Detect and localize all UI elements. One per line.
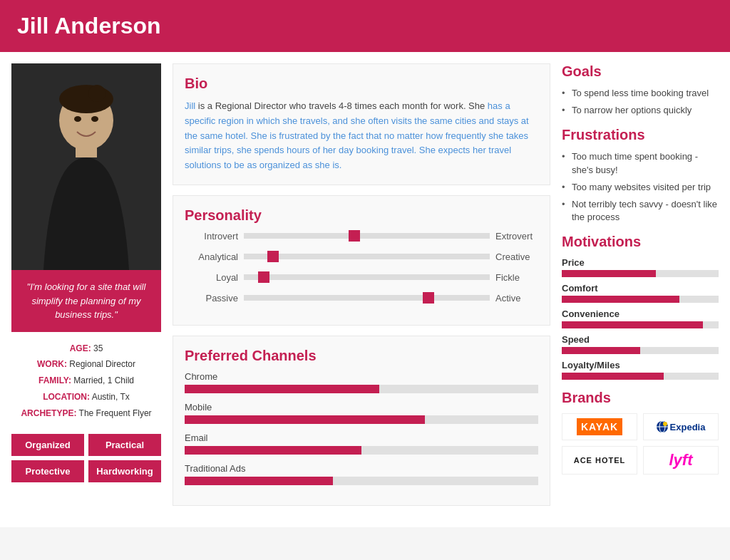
motivation-fill (562, 270, 656, 277)
personality-title: Personality (185, 207, 538, 224)
lyft-logo: lyft (669, 451, 693, 470)
kayak-logo: KAYAK (577, 418, 622, 435)
family-value: Married, 1 Child (73, 375, 134, 385)
pers-left-label: Loyal (185, 272, 238, 283)
pers-right-label: Creative (495, 252, 538, 262)
motivations-title: Motivations (562, 234, 719, 250)
archetype-label: ARCHETYPE: (21, 408, 76, 418)
family-label: FAMILY: (38, 375, 71, 385)
bio-title: Bio (185, 76, 538, 92)
brands-title: Brands (562, 390, 719, 406)
age-value: 35 (93, 343, 103, 353)
channel-item: Mobile (185, 402, 538, 424)
channel-fill (185, 477, 333, 485)
archetype-row: ARCHETYPE: The Frequent Flyer (14, 405, 158, 422)
trait-button[interactable]: Protective (11, 460, 84, 482)
location-row: LOCATION: Austin, Tx (14, 389, 158, 405)
frustrations-title: Frustrations (562, 127, 719, 143)
svg-point-4 (88, 85, 106, 102)
frustration-item: Too many websites visited per trip (562, 181, 719, 194)
motivation-track (562, 270, 719, 277)
main-container: "I'm looking for a site that will simpli… (0, 52, 730, 527)
motivation-label: Speed (562, 334, 719, 345)
page-header: Jill Anderson (0, 0, 730, 52)
pers-track (244, 254, 490, 259)
quote-text: "I'm looking for a site that will simpli… (20, 280, 153, 322)
frustration-item: Too much time spent booking - she's busy… (562, 150, 719, 176)
personality-section: Personality Introvert Extrovert Analytic… (173, 195, 550, 326)
channel-fill (185, 446, 361, 455)
bio-highlight-name: Jill (185, 100, 195, 111)
brands-grid: KAYAK Expedia ACE HOTEL (562, 413, 719, 475)
pers-track (244, 295, 490, 301)
bio-section: Bio Jill is a Regional Director who trav… (173, 63, 550, 185)
motivation-item: Comfort (562, 283, 719, 303)
personality-row: Introvert Extrovert (185, 231, 538, 242)
location-value: Austin, Tx (92, 392, 130, 402)
channel-track (185, 477, 538, 485)
pers-left-label: Passive (185, 293, 238, 304)
motivation-item: Loyalty/Miles (562, 360, 719, 380)
channel-item: Email (185, 432, 538, 455)
motivation-track (562, 296, 719, 303)
family-row: FAMILY: Married, 1 Child (14, 373, 158, 389)
trait-button[interactable]: Organized (11, 434, 84, 456)
pers-marker (267, 251, 279, 262)
motivations-section: Motivations Price Comfort Convenience Sp… (562, 234, 719, 380)
frustrations-list: Too much time spent booking - she's busy… (562, 150, 719, 224)
motivation-item: Convenience (562, 308, 719, 328)
pers-marker (258, 271, 269, 283)
channel-fill (185, 385, 379, 393)
channel-track (185, 415, 538, 424)
channels-section: Preferred Channels Chrome Mobile Email T… (173, 336, 550, 506)
demographics: AGE: 35 WORK: Regional Director FAMILY: … (11, 332, 161, 430)
svg-point-6 (91, 116, 98, 122)
ace-hotel-logo: ACE HOTEL (574, 456, 626, 465)
svg-point-3 (59, 85, 113, 113)
goals-section: Goals To spend less time booking travelT… (562, 63, 719, 117)
channel-fill (185, 415, 425, 424)
svg-point-5 (74, 116, 81, 122)
age-label: AGE: (70, 343, 91, 353)
personality-row: Analytical Creative (185, 252, 538, 262)
channel-track (185, 385, 538, 393)
pers-marker (423, 292, 434, 304)
motivation-label: Price (562, 257, 719, 268)
pers-track (244, 233, 490, 239)
left-column: "I'm looking for a site that will simpli… (11, 63, 161, 516)
motivation-track (562, 347, 719, 354)
motivation-fill (562, 347, 640, 354)
goal-item: To spend less time booking travel (562, 87, 719, 100)
channel-track (185, 446, 538, 455)
goals-list: To spend less time booking travelTo narr… (562, 87, 719, 117)
channels-title: Preferred Channels (185, 348, 538, 364)
svg-point-10 (663, 422, 667, 426)
pers-left-label: Analytical (185, 252, 238, 262)
motivation-track (562, 373, 719, 380)
goal-item: To narrow her options quickly (562, 104, 719, 117)
profile-photo (11, 63, 161, 270)
personality-scales: Introvert Extrovert Analytical Creative … (185, 231, 538, 304)
pers-track (244, 274, 490, 280)
work-value: Regional Director (69, 359, 135, 369)
channel-item: Traditional Ads (185, 463, 538, 485)
pers-right-label: Extrovert (495, 231, 538, 242)
frustrations-section: Frustrations Too much time spent booking… (562, 127, 719, 224)
trait-button[interactable]: Practical (88, 434, 161, 456)
ace-hotel-brand: ACE HOTEL (562, 446, 637, 475)
lyft-brand: lyft (643, 446, 719, 475)
kayak-brand: KAYAK (562, 413, 637, 440)
pers-left-label: Introvert (185, 231, 238, 242)
motivation-item: Price (562, 257, 719, 277)
trait-button[interactable]: Hardworking (88, 460, 161, 482)
quote-box: "I'm looking for a site that will simpli… (11, 270, 161, 332)
motivation-fill (562, 296, 679, 303)
right-column: Goals To spend less time booking travelT… (562, 63, 719, 516)
channel-label: Chrome (185, 371, 538, 382)
age-row: AGE: 35 (14, 341, 158, 357)
motivation-track (562, 321, 719, 328)
motivation-fill (562, 373, 664, 380)
pers-right-label: Active (495, 293, 538, 304)
work-label: WORK: (37, 359, 67, 369)
middle-column: Bio Jill is a Regional Director who trav… (173, 63, 550, 516)
